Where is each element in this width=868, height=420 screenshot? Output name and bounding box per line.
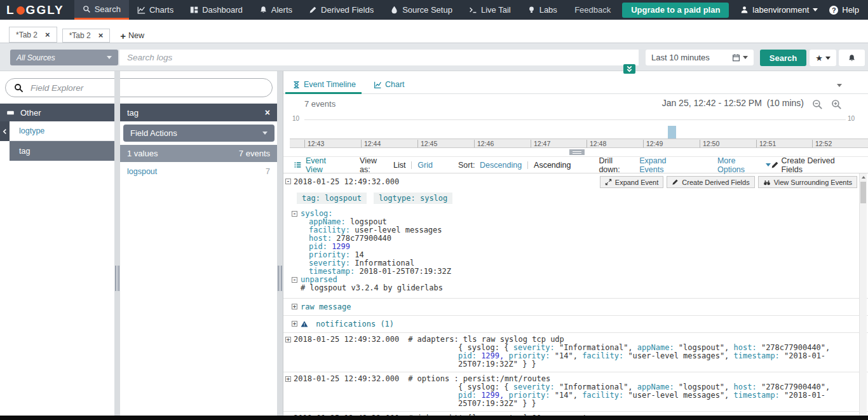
search-icon [14,83,24,93]
expand-icon [605,179,612,186]
nav-item-labs[interactable]: Labs [519,0,566,20]
tab-chart[interactable]: Chart [374,80,405,89]
close-icon[interactable] [98,32,104,39]
nav-item-alerts[interactable]: Alerts [251,0,301,20]
saved-searches-button[interactable] [810,50,836,66]
view-surrounding-events-button[interactable]: View Surrounding Events [758,176,857,188]
drive-icon [6,109,15,117]
source-groups-value: All Sources [17,53,55,62]
expand-node-icon[interactable] [292,304,297,309]
tag-chip[interactable]: logtype: syslog [374,193,452,204]
field-key: severity: [309,259,350,268]
tag-chip[interactable]: tag: logspout [297,193,367,204]
chevron-down-icon [107,56,112,59]
more-options-menu[interactable]: More Options [717,156,771,174]
time-range-picker[interactable]: Last 10 minutes [646,50,754,65]
splitter-grip[interactable] [278,266,282,291]
create-derived-fields-label: Create Derived Fields [782,156,855,174]
collapse-sidebar-button[interactable] [0,121,10,141]
expand-event-button[interactable]: Expand Event [600,176,664,188]
json-key: pid: [458,351,477,360]
timeline-range: Jan 25, 12:42 - 12:52 PM (10 mins) [662,98,804,108]
drill-down-expand-events[interactable]: Expand Events [639,156,691,174]
json-key: appName: [637,343,674,352]
json-value: "278c77900440", [761,343,830,352]
chevron-down-icon [766,163,771,166]
alert-bell-button[interactable] [839,50,865,66]
collapse-event-icon[interactable] [285,179,291,184]
field-item-tag[interactable]: tag [10,141,114,161]
event-row[interactable]: 2018-01-25 12:49:32.000# adapters: tls r… [283,333,868,372]
scroll-up-arrow[interactable] [860,173,867,180]
loggly-logo[interactable]: LGGLY [0,0,74,20]
nav-item-charts[interactable]: Charts [129,0,182,20]
field-explorer-input[interactable] [29,83,264,93]
event-list-scrollbar[interactable] [859,173,867,420]
new-tab-button[interactable]: New [115,29,149,43]
timeline-resize-handle[interactable] [569,149,585,155]
field-value-link[interactable]: logspout [127,167,157,176]
field-panel-header: tag [120,104,277,121]
splitter-grip[interactable] [115,266,119,291]
create-derived-fields-button[interactable]: Create Derived Fields [771,156,855,174]
close-icon[interactable] [265,107,270,118]
view-as-grid[interactable]: Grid [417,161,433,170]
timeline-bar[interactable] [668,126,676,139]
field-actions-dropdown[interactable]: Field Actions [123,125,275,142]
nav-item-dashboard[interactable]: Dashboard [182,0,251,20]
close-icon[interactable] [45,32,50,38]
collapse-node-icon[interactable] [292,277,297,283]
tab-2[interactable]: *Tab 2 [62,29,111,43]
nav-item-derived-fields[interactable]: Derived Fields [301,0,382,20]
collapse-searchbar-button[interactable] [623,64,635,74]
nav-right-group: Feedback Upgrade to a paid plan labenvir… [574,0,868,20]
source-groups-dropdown[interactable]: All Sources [10,50,118,65]
nav-label-derived-fields: Derived Fields [321,5,374,15]
sort-descending[interactable]: Descending [480,161,522,170]
search-input[interactable] [119,50,639,65]
expand-node-icon[interactable] [292,321,297,327]
event-json-preview: { syslog: { severity: "Informational", a… [458,383,858,408]
field-group-other[interactable]: Other [0,104,114,121]
y-axis-max-right: 10 [848,115,855,122]
search-bar-row: All Sources Last 10 minutes Search [0,43,868,71]
help-menu[interactable]: Help [829,5,859,15]
upgrade-button[interactable]: Upgrade to a paid plan [622,3,729,18]
event-row[interactable]: 2018-01-25 12:49:32.000# options : persi… [283,372,868,412]
panel-splitter[interactable] [114,71,120,420]
zoom-in-button[interactable] [831,99,842,110]
json-value: "Informational", [559,383,633,391]
tree-field: pid: 1299 [283,243,868,251]
nav-item-source-setup[interactable]: Source Setup [382,0,461,20]
raw-message-toggle[interactable]: raw message [283,298,868,316]
sort-ascending[interactable]: Ascending [534,161,571,170]
expand-event-icon[interactable] [285,337,291,342]
nav-item-search[interactable]: Search [74,0,129,20]
chevron-down-icon[interactable] [837,84,842,87]
scrollbar-thumb[interactable] [860,182,866,203]
tab-1[interactable]: *Tab 2 [9,27,57,43]
feedback-link[interactable]: Feedback [574,5,611,15]
event-view-label[interactable]: Event View [294,156,343,174]
zoom-out-button[interactable] [812,99,823,110]
tab-event-timeline[interactable]: Event Timeline [292,80,356,89]
field-panel-title: tag [127,108,139,118]
field-group-label: Other [20,108,41,118]
field-item-logtype[interactable]: logtype [10,121,114,141]
field-value: 1299 [332,242,350,251]
search-button[interactable]: Search [760,50,806,66]
json-brace: { syslog: { [458,383,508,391]
field-explorer-search[interactable] [5,78,273,97]
expand-event-icon[interactable] [285,376,291,382]
panel-splitter[interactable] [277,71,283,420]
event-row-header[interactable]: 2018-01-25 12:49:32.000 Expand Event Cre… [283,173,868,187]
notifications-toggle[interactable]: notifications (1) [283,316,868,333]
nav-item-live-tail[interactable]: Live Tail [461,0,519,20]
create-derived-fields-button[interactable]: Create Derived Fields [667,176,754,188]
collapse-node-icon[interactable] [292,211,297,217]
timeline-axis[interactable]: 12:43 12:44 12:45 12:46 12:47 12:48 12:4… [290,139,868,148]
top-nav: LGGLY Search Charts Dashboard Alerts Der… [0,0,868,20]
field-value-row[interactable]: logspout 7 [120,162,277,180]
view-as-list[interactable]: List [393,161,405,170]
account-menu[interactable]: labenvironment [740,5,818,15]
